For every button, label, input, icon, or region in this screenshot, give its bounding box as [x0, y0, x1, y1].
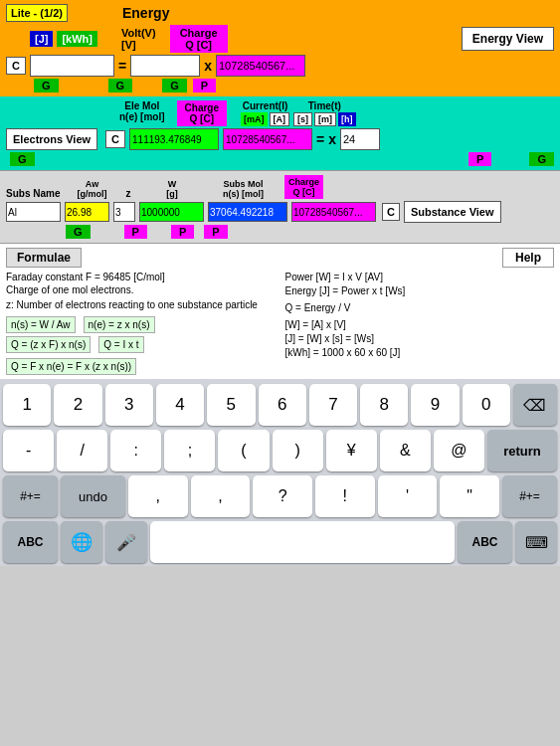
abc-button-left[interactable]: ABC	[3, 521, 58, 563]
formula-line-2: Charge of one mol electrons.	[6, 284, 276, 295]
key-delete[interactable]: ⌫	[513, 384, 557, 426]
key-exclaim[interactable]: !	[315, 475, 375, 517]
key-1[interactable]: 1	[3, 384, 51, 426]
key-ampersand[interactable]: &	[380, 430, 431, 471]
key-question[interactable]: ?	[253, 475, 312, 517]
key-8[interactable]: 8	[360, 384, 408, 426]
p-button-subs-2[interactable]: P	[171, 225, 194, 239]
formula-line-1: Faraday constant F = 96485 [C/mol]	[6, 272, 276, 282]
key-comma[interactable]: ,	[128, 475, 188, 517]
app-title: Lite - (1/2)	[6, 4, 68, 22]
s-button[interactable]: [s]	[293, 112, 312, 126]
charge-input-subs[interactable]: 10728540567...	[291, 202, 376, 222]
w-input[interactable]: 1000000	[139, 202, 204, 222]
subs-mol-label: Subs Moln(s) [mol]	[206, 179, 280, 199]
key-comma-2[interactable]: ,	[191, 475, 251, 517]
key-0[interactable]: 0	[463, 384, 510, 426]
c-button-mid[interactable]: C	[105, 130, 125, 148]
key-close-paren[interactable]: )	[273, 430, 323, 471]
key-2[interactable]: 2	[54, 384, 101, 426]
a-button[interactable]: [A]	[270, 112, 290, 126]
charge-input-top[interactable]: 10728540567...	[216, 55, 305, 77]
mic-button[interactable]: 🎤	[105, 521, 147, 563]
g-button-1[interactable]: G	[34, 79, 59, 93]
energy-label: Energy	[122, 5, 169, 21]
abc-button-right[interactable]: ABC	[458, 521, 512, 563]
formula-line-3: z: Number of electrons reacting to one s…	[6, 299, 276, 310]
key-6[interactable]: 6	[259, 384, 306, 426]
mid-equals: =	[316, 131, 324, 147]
g-button-mid-1[interactable]: G	[10, 152, 35, 166]
z-input[interactable]: 3	[113, 202, 135, 222]
formula-2: Q = (z x F) x n(s)	[6, 336, 91, 353]
formula-5: Q = F x n(e) = F x (z x n(s))	[6, 358, 136, 375]
w-label: W[g]	[142, 179, 202, 199]
key-hashplus-right[interactable]: #+=	[502, 475, 557, 517]
aw-input[interactable]: 26.98	[65, 202, 109, 222]
key-return[interactable]: return	[487, 430, 557, 471]
g-button-mid-2[interactable]: G	[529, 152, 554, 166]
key-apostrophe[interactable]: '	[378, 475, 438, 517]
al-input[interactable]: Al	[6, 202, 61, 222]
g-button-3[interactable]: G	[162, 79, 187, 93]
time-label: Time(t)	[293, 100, 356, 111]
ele-mol-label: Ele Moln(e) [mol]	[119, 100, 165, 122]
key-7[interactable]: 7	[309, 384, 357, 426]
substance-view-button[interactable]: Substance View	[404, 201, 501, 223]
charge-label-top: Charge Q [C]	[170, 25, 228, 53]
charge-input-mid[interactable]: 10728540567...	[223, 128, 312, 150]
c-button-subs[interactable]: C	[382, 203, 400, 221]
right-formula-5: [J] = [W] x [s] = [Ws]	[285, 333, 555, 344]
h-button[interactable]: [h]	[338, 112, 356, 126]
right-formula-4: [W] = [A] x [V]	[285, 319, 555, 330]
kwh-button[interactable]: [kWh]	[57, 31, 97, 47]
g-button-2[interactable]: G	[108, 79, 133, 93]
globe-button[interactable]: 🌐	[61, 521, 102, 563]
energy-view-button[interactable]: Energy View	[462, 27, 554, 51]
key-at[interactable]: @	[434, 430, 484, 471]
key-slash[interactable]: /	[57, 430, 107, 471]
help-button[interactable]: Help	[502, 248, 554, 268]
subs-mol-input[interactable]: 37064.492218	[208, 202, 287, 222]
g-button-subs[interactable]: G	[66, 225, 91, 239]
m-button[interactable]: [m]	[314, 112, 336, 126]
c-button-top[interactable]: C	[6, 57, 26, 75]
z-label: z	[118, 188, 138, 199]
space-bar[interactable]	[150, 521, 455, 563]
time-input[interactable]: 24	[340, 128, 380, 150]
current-label: Current(I)	[241, 100, 289, 111]
charge-label-mid: ChargeQ [C]	[177, 100, 227, 126]
key-open-paren[interactable]: (	[218, 430, 269, 471]
ma-button[interactable]: [mA]	[241, 112, 268, 126]
energy-input[interactable]	[30, 55, 114, 77]
key-minus[interactable]: -	[3, 430, 54, 471]
keyboard-icon-button[interactable]: ⌨	[515, 521, 557, 563]
j-button[interactable]: [J]	[30, 31, 53, 47]
times-sign: x	[204, 58, 212, 74]
volt-input[interactable]	[130, 55, 200, 77]
key-colon[interactable]: :	[110, 430, 161, 471]
electrons-view-button[interactable]: Electrons View	[6, 128, 97, 150]
formulae-title: Formulae	[6, 248, 82, 268]
p-button-subs-3[interactable]: P	[204, 225, 227, 239]
key-5[interactable]: 5	[207, 384, 255, 426]
right-formula-6: [kWh] = 1000 x 60 x 60 [J]	[285, 347, 555, 358]
key-semicolon[interactable]: ;	[164, 430, 215, 471]
p-button-mid[interactable]: P	[468, 152, 491, 166]
key-yen[interactable]: ¥	[326, 430, 377, 471]
key-4[interactable]: 4	[156, 384, 204, 426]
formula-4: Q = I x t	[98, 336, 143, 353]
key-quote[interactable]: "	[440, 475, 499, 517]
key-9[interactable]: 9	[411, 384, 459, 426]
key-undo[interactable]: undo	[61, 475, 125, 517]
p-button-subs-1[interactable]: P	[124, 225, 147, 239]
formula-3: n(e) = z x n(s)	[84, 316, 155, 333]
right-formula-3: Q = Energy / V	[285, 302, 555, 313]
ele-mol-input[interactable]: 111193.476849	[129, 128, 219, 150]
key-hashplus-left[interactable]: #+=	[3, 475, 58, 517]
right-formula-2: Energy [J] = Power x t [Ws]	[285, 285, 555, 296]
p-button-top[interactable]: P	[193, 79, 216, 93]
aw-label: Aw[g/mol]	[70, 179, 114, 199]
equals-sign: =	[118, 58, 126, 74]
key-3[interactable]: 3	[105, 384, 153, 426]
